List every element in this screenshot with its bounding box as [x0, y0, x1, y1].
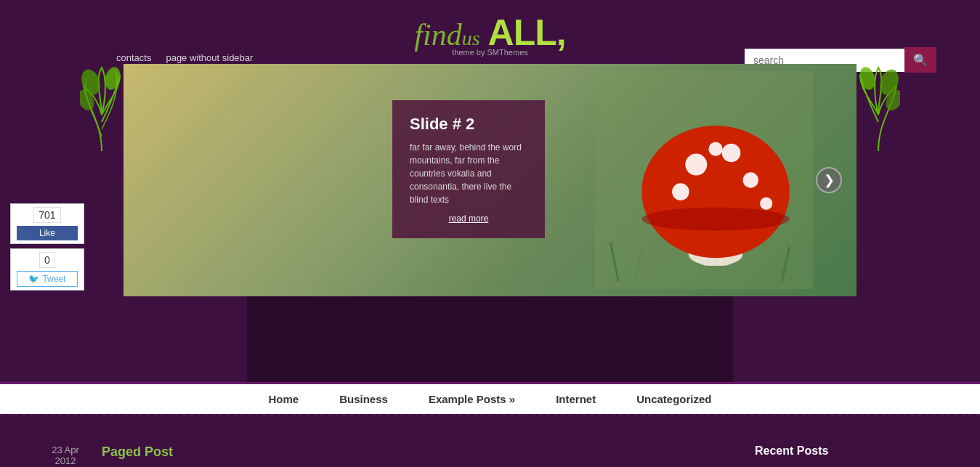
- logo-us: us: [462, 27, 480, 49]
- posts-section: 23 Apr 2012 Paged Post In category Examp…: [44, 444, 733, 467]
- svg-point-16: [641, 208, 790, 231]
- page-without-sidebar-link[interactable]: page without sidebar: [166, 52, 253, 63]
- search-icon: 🔍: [913, 54, 928, 66]
- nav-business[interactable]: Business: [319, 384, 408, 414]
- slide-info-box: Slide # 2 far far away, behind the word …: [392, 100, 545, 238]
- svg-point-15: [760, 198, 772, 210]
- post-item: 23 Apr 2012 Paged Post In category Examp…: [44, 444, 733, 467]
- slide-title: Slide # 2: [410, 115, 527, 134]
- svg-point-14: [708, 142, 722, 156]
- nav-divider: [0, 414, 980, 415]
- post-date-year: 2012: [55, 455, 76, 466]
- nav-uncategorized[interactable]: Uncategorized: [616, 384, 732, 414]
- tagline: theme by SMThemes: [452, 48, 528, 57]
- tweet-box: 0 🐦 Tweet: [10, 248, 84, 291]
- contacts-link[interactable]: contacts: [116, 52, 151, 63]
- svg-point-12: [743, 172, 758, 187]
- nav-internet[interactable]: Internet: [535, 384, 616, 414]
- content-area: 23 Apr 2012 Paged Post In category Examp…: [0, 430, 980, 467]
- next-icon: ❯: [824, 172, 835, 188]
- slider-bottom-band: [247, 296, 733, 382]
- top-nav: contacts page without sidebar: [116, 52, 253, 63]
- search-button[interactable]: 🔍: [904, 47, 936, 73]
- sidebar: Recent Posts 23 April Paged Post Far far…: [755, 444, 936, 467]
- post-title-link[interactable]: Paged Post: [102, 444, 733, 460]
- tweet-button[interactable]: 🐦 Tweet: [17, 271, 78, 287]
- logo-text: findus ALL,: [414, 13, 565, 51]
- twitter-icon: 🐦: [28, 274, 39, 284]
- tweet-label: Tweet: [42, 274, 65, 284]
- svg-point-10: [685, 154, 707, 176]
- like-button[interactable]: Like: [17, 226, 78, 240]
- nav-example-posts[interactable]: Example Posts »: [408, 384, 535, 414]
- recent-posts-heading: Recent Posts: [755, 444, 936, 458]
- social-widget: 701 Like 0 🐦 Tweet: [10, 203, 84, 295]
- svg-point-13: [672, 183, 689, 200]
- slider: Slide # 2 far far away, behind the word …: [123, 64, 857, 296]
- header: contacts page without sidebar findus ALL…: [0, 0, 980, 64]
- slider-next-button[interactable]: ❯: [816, 167, 842, 193]
- slide-read-more-link[interactable]: read more: [410, 214, 527, 224]
- logo-find: find: [414, 18, 461, 52]
- nav-home[interactable]: Home: [248, 384, 320, 414]
- main-navigation: Home Business Example Posts » Internet U…: [0, 382, 980, 414]
- plant-right: [857, 64, 900, 154]
- post-date-day: 23 Apr: [52, 444, 79, 455]
- like-count: 701: [33, 207, 60, 223]
- tweet-count: 0: [39, 252, 55, 268]
- svg-point-11: [722, 144, 741, 163]
- like-box: 701 Like: [10, 203, 84, 244]
- post-date: 23 Apr 2012: [44, 444, 87, 467]
- slide-text: far far away, behind the word mountains,…: [410, 141, 527, 206]
- logo-all: ALL,: [480, 12, 566, 53]
- plant-left: [80, 64, 123, 154]
